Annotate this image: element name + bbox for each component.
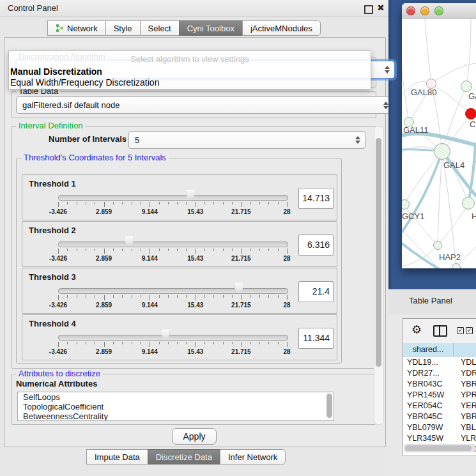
minimize-window-button[interactable] [420, 6, 429, 15]
network-node-label: GAL4 [443, 160, 464, 170]
tab-label: Network [67, 24, 98, 33]
attribute-item[interactable]: SelfLoops [18, 392, 334, 402]
panel-scrollbar-track[interactable] [374, 126, 384, 425]
cell-name: YDL1 [457, 358, 476, 367]
network-node[interactable] [452, 263, 461, 268]
numerical-attributes-list[interactable]: SelfLoops TopologicalCoefficient Between… [17, 392, 334, 421]
zoom-window-button[interactable] [434, 6, 443, 15]
network-node-label: GAL11 [403, 125, 429, 135]
list-scrollbar-thumb[interactable] [326, 394, 332, 418]
cell-name: YER0 [457, 401, 476, 410]
cell-shared-name: YBR045C [403, 412, 457, 421]
cell-name: YBR0 [457, 412, 476, 421]
attribute-item[interactable]: BetweennessCentrality [18, 411, 334, 421]
tab-label: Infer Network [228, 452, 277, 462]
bottom-tab[interactable]: Infer Network [220, 449, 286, 464]
slider-ticks [58, 342, 287, 348]
table-data-combo[interactable]: galFiltered.sif default node [16, 96, 394, 114]
numerical-attributes-heading: Numerical Attributes [16, 379, 97, 388]
network-node-label: HAP2 [439, 252, 461, 262]
slider-tick-labels: -3.4262.8599.14415.4321.71528 [58, 302, 287, 309]
threshold-value-field[interactable]: 6.316 [298, 234, 334, 256]
algorithm-option[interactable]: Equal Width/Frequency Discretization [10, 77, 372, 88]
bottom-tab[interactable]: Impute Data [86, 449, 148, 464]
threshold-value-field[interactable]: 21.4 [298, 281, 334, 302]
network-canvas[interactable]: GAL80GACGAL11GAL4GCY1HHAP2 [402, 19, 476, 268]
network-node[interactable] [434, 143, 450, 160]
network-window-titlebar [402, 3, 476, 19]
threshold-value-field[interactable]: 11.344 [298, 328, 334, 349]
cell-shared-name: YPR145W [403, 390, 457, 399]
select-columns-icon[interactable]: ✓ ✓ [457, 327, 473, 334]
slider-thumb[interactable] [186, 190, 194, 201]
checkbox-icon: ✓ [466, 327, 473, 334]
table-header-row: shared... n... [403, 343, 476, 357]
close-window-button[interactable] [406, 6, 415, 15]
table-row[interactable]: YBL079W YBL0 [403, 422, 476, 433]
interval-definition-label: Interval Definition [16, 121, 85, 130]
cell-name: YDR2 [457, 369, 476, 378]
tab-label: Select [148, 24, 171, 33]
tab-label: Cyni Toolbox [187, 24, 234, 33]
tab-label: Discretize Data [156, 452, 212, 462]
slider-thumb[interactable] [125, 236, 133, 247]
table-row[interactable]: YER054C YER0 [403, 400, 476, 411]
table-panel-title: Table Panel [409, 296, 452, 305]
split-columns-icon[interactable] [433, 325, 447, 337]
number-of-intervals-combo[interactable]: 5 [128, 131, 365, 149]
control-panel-tabs: Network Style Select Cyni Toolbox jActiv… [48, 20, 321, 36]
panel-scrollbar-thumb[interactable] [376, 138, 381, 367]
table-hscrollbar-track[interactable] [404, 444, 475, 452]
control-panel-titlebar [0, 0, 388, 17]
table-row[interactable]: YBR045C YBR0 [403, 411, 476, 422]
attributes-group-label: Attributes to discretize [16, 369, 103, 378]
column-header-shared-name[interactable]: shared... [403, 343, 454, 357]
network-view-window[interactable]: GAL80GACGAL11GAL4GCY1HHAP2 [402, 3, 476, 268]
control-panel-tab[interactable]: Select [140, 20, 180, 36]
stepper-icon [385, 66, 390, 73]
attribute-item[interactable]: TopologicalCoefficient [18, 402, 334, 411]
table-row[interactable]: YLR345W YLR3 [403, 433, 476, 443]
float-window-icon[interactable] [364, 5, 373, 14]
network-node[interactable] [462, 197, 475, 210]
slider-thumb[interactable] [234, 283, 243, 294]
threshold-label: Threshold 1 [29, 179, 76, 188]
apply-button[interactable]: Apply [172, 428, 217, 445]
tab-label: Style [114, 24, 132, 33]
control-panel-tab[interactable]: Style [105, 20, 141, 36]
algorithm-option[interactable]: Manual Discretization [10, 66, 372, 77]
tab-label: jActiveMNodules [250, 24, 312, 33]
cell-name: YBR0 [457, 380, 476, 388]
control-panel-tab[interactable]: jActiveMNodules [242, 20, 321, 36]
application-window: Control Panel ✖ Network Style [0, 0, 476, 476]
column-header-name[interactable]: n... [454, 343, 476, 357]
table-toolbar: ⚙ ✓ ✓ [403, 319, 476, 344]
control-panel-tab[interactable]: Cyni Toolbox [179, 20, 243, 36]
slider-thumb[interactable] [162, 330, 170, 341]
network-node[interactable] [433, 241, 442, 250]
network-node[interactable] [465, 108, 476, 119]
table-row[interactable]: YDL19... YDL1 [403, 357, 476, 367]
table-row[interactable]: YPR145W YPR1 [403, 389, 476, 400]
algorithm-popup: Select algorithm to view settings Manual… [8, 50, 371, 89]
cell-name: YBL0 [457, 423, 476, 432]
network-node[interactable] [461, 81, 472, 92]
table-rows: YDL19... YDL1 YDR27... YDR2 YBR043C YBR0… [403, 357, 476, 454]
table-row[interactable]: YDR27... YDR2 [403, 367, 476, 378]
threshold-value-field[interactable]: 14.713 [298, 188, 334, 209]
attribute-items: SelfLoops TopologicalCoefficient Between… [18, 392, 334, 421]
table-hscrollbar-thumb[interactable] [405, 445, 472, 451]
node-table: ⚙ ✓ ✓ shared... n... YDL19... YDL1 YDR27… [403, 318, 476, 456]
close-icon[interactable]: ✖ [377, 3, 385, 13]
network-node-label: GA [468, 91, 476, 101]
control-panel-tab[interactable]: Network [47, 20, 106, 36]
table-row[interactable]: YBR043C YBR0 [403, 378, 476, 389]
cell-name: YPR1 [457, 390, 476, 399]
algorithm-options: Manual Discretization Equal Width/Freque… [9, 66, 371, 88]
cell-shared-name: YER054C [403, 401, 457, 410]
cell-name: YLR3 [457, 434, 476, 443]
bottom-tab[interactable]: Discretize Data [148, 449, 220, 464]
network-node-label: GCY1 [402, 211, 424, 221]
gear-icon[interactable]: ⚙ [411, 323, 422, 337]
control-panel-title: Control Panel [8, 3, 58, 13]
